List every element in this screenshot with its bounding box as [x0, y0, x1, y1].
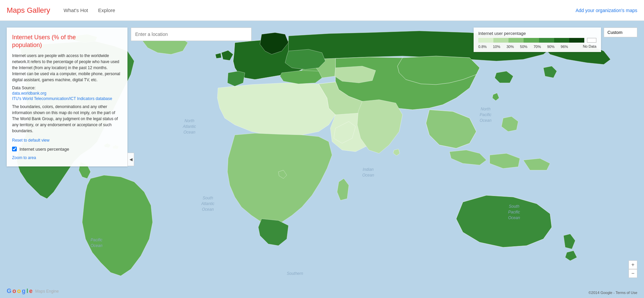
- legend-label-5: 90%: [547, 45, 554, 49]
- legend-label-2: 30%: [506, 45, 514, 49]
- map-container: NorthAtlanticOcean SouthAtlanticOcean No…: [0, 21, 644, 298]
- main-nav: What's Hot Explore: [64, 7, 115, 13]
- google-logo: G o o g l e Maps Engine: [7, 288, 59, 295]
- layer-checkbox[interactable]: [12, 147, 17, 151]
- add-org-link[interactable]: Add your organization's maps: [576, 8, 637, 13]
- legend-color-3: [508, 38, 524, 43]
- legend-color-6: [554, 38, 569, 43]
- legend-colors: 0.8% 10% 30% 50% 70% 90% 96% No Data: [478, 38, 596, 49]
- maps-engine-text: Maps Engine: [35, 289, 59, 294]
- zoom-in-button[interactable]: +: [629, 260, 637, 269]
- data-source-label: Data Source:: [12, 86, 122, 90]
- legend-color-4: [524, 38, 539, 43]
- search-box: [131, 28, 252, 41]
- search-input[interactable]: [131, 28, 252, 41]
- itu-link[interactable]: ITU's World Telecommunication/ICT Indica…: [12, 96, 122, 101]
- legend-no-data-block: [587, 38, 596, 43]
- legend-labels: 0.8% 10% 30% 50% 70% 90% 96%: [478, 45, 580, 49]
- terms-link[interactable]: Terms of Use: [615, 291, 637, 295]
- custom-dropdown[interactable]: Custom Standard Terrain Satellite: [604, 28, 637, 37]
- layer-label: Internet users percentage: [19, 147, 69, 152]
- legend-label-6: 96%: [561, 45, 568, 49]
- panel-description: Internet users are people with access to…: [12, 53, 122, 83]
- copyright: ©2014 Google - Terms of Use: [589, 291, 638, 295]
- legend-title: Internet user percentage: [478, 31, 596, 36]
- legend-color-row: 0.8% 10% 30% 50% 70% 90% 96% No Data: [478, 38, 596, 49]
- no-data-label: No Data: [583, 44, 596, 48]
- legend-label-0: 0.8%: [478, 45, 487, 49]
- legend-label-3: 50%: [520, 45, 527, 49]
- reset-default-link[interactable]: Reset to default view: [12, 138, 122, 143]
- zoom-controls: + −: [629, 260, 637, 278]
- legend-label-4: 70%: [534, 45, 541, 49]
- legend-color-2: [493, 38, 508, 43]
- legend-color-1: [478, 38, 493, 43]
- zoom-out-button[interactable]: −: [629, 269, 637, 278]
- legend-color-5: [539, 38, 554, 43]
- panel-title: Internet Users (% of thepopulation): [12, 34, 122, 49]
- panel-disclaimer: The boundaries, colors, denominations an…: [12, 104, 122, 134]
- logo[interactable]: Maps Gallery: [7, 6, 50, 15]
- legend-label-1: 10%: [493, 45, 500, 49]
- legend: Internet user percentage: [474, 28, 601, 52]
- nav-explore[interactable]: Explore: [98, 7, 115, 13]
- worldbank-link[interactable]: data.worldbank.org: [12, 91, 122, 96]
- footer: G o o g l e Maps Engine: [7, 288, 59, 295]
- legend-color-7: [569, 38, 584, 43]
- layer-row: Internet users percentage: [12, 147, 122, 152]
- nav-whats-hot[interactable]: What's Hot: [64, 7, 88, 13]
- header: Maps Gallery What's Hot Explore Add your…: [0, 0, 644, 21]
- legend-bar: [478, 38, 596, 43]
- copyright-text: ©2014 Google: [589, 291, 612, 295]
- info-panel: Internet Users (% of thepopulation) Inte…: [7, 28, 127, 166]
- zoom-area-link[interactable]: Zoom to area: [12, 155, 36, 160]
- panel-collapse-button[interactable]: ◀: [127, 153, 134, 166]
